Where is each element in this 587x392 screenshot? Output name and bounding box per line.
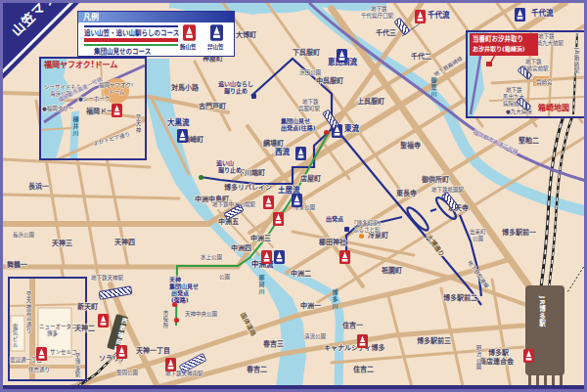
legend-box: 凡例 追い山笠・追い山馴らしのコース 集団山見せのコース 飾山笠 舁山笠	[77, 11, 235, 57]
legend-line-red	[84, 38, 178, 42]
dome-inset-content	[40, 58, 146, 159]
legend-kaki-label: 舁山笠	[207, 43, 224, 51]
legend-entry-shudan: 集団山見せのコース	[94, 46, 151, 56]
callout-line2: お汐井取り(箱崎浜)	[473, 45, 535, 53]
bottom-border-bar	[3, 385, 584, 389]
legend-title: 凡例	[78, 12, 234, 22]
watanabe-inset-content	[9, 278, 86, 380]
kazari-yamakasa-icon	[183, 24, 196, 41]
oshioitori-callout: 当番町お汐井取り お汐井取り(箱崎浜)	[470, 33, 538, 56]
map-base	[3, 3, 587, 392]
yamakasa-map: 大博町神屋町対馬小路古門戸町須崎町下川端町下呉服町中呉服町上呉服町千代三千代二浜…	[0, 0, 587, 392]
callout-line1: 当番町お汐井取り	[473, 35, 535, 45]
legend-entry-oiyama: 追い山笠・追い山馴らしのコース	[84, 27, 179, 37]
kaki-yamakasa-icon	[210, 24, 223, 41]
legend-kazari-label: 飾山笠	[180, 43, 197, 51]
